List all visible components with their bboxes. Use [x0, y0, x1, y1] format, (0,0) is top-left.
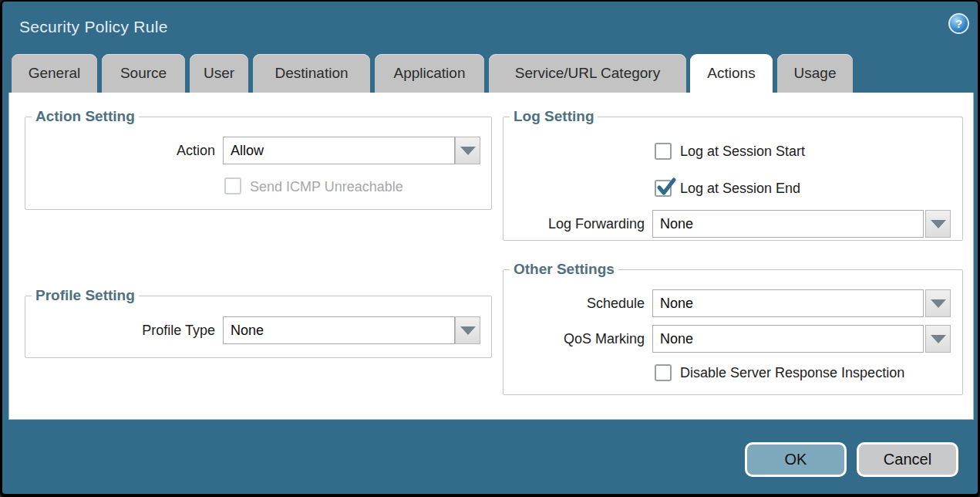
action-dropdown[interactable]: Allow [223, 137, 455, 164]
tab-source[interactable]: Source [102, 54, 185, 93]
dialog-background: Security Policy Rule ? General Source Us… [2, 2, 978, 494]
ok-button-label: OK [785, 451, 807, 468]
chevron-down-icon [931, 220, 946, 228]
log-forwarding-label: Log Forwarding [518, 210, 645, 238]
tab-usage[interactable]: Usage [777, 54, 853, 93]
profile-type-label: Profile Type [56, 316, 215, 344]
disable-server-response-inspection-label: Disable Server Response Inspection [680, 363, 904, 382]
schedule-dropdown[interactable]: None [652, 289, 924, 317]
chevron-down-icon [931, 335, 946, 343]
log-setting-legend: Log Setting [510, 108, 598, 125]
profile-type-dropdown-button[interactable] [455, 316, 480, 344]
help-icon[interactable]: ? [948, 13, 969, 34]
tab-label: Destination [274, 65, 348, 81]
check-icon [655, 177, 677, 198]
tab-destination[interactable]: Destination [253, 54, 370, 93]
dialog-window: Security Policy Rule ? General Source Us… [0, 0, 980, 497]
cancel-button[interactable]: Cancel [857, 442, 958, 477]
disable-server-response-inspection-checkbox[interactable] [655, 364, 672, 381]
schedule-label: Schedule [518, 289, 645, 317]
action-value: Allow [231, 143, 264, 158]
other-settings-legend: Other Settings [510, 261, 618, 278]
tab-user[interactable]: User [190, 54, 248, 93]
schedule-value: None [660, 296, 693, 311]
ok-button[interactable]: OK [745, 442, 847, 477]
log-session-end-label: Log at Session End [680, 179, 800, 198]
log-forwarding-dropdown[interactable]: None [652, 210, 924, 238]
tab-label: Service/URL Category [515, 65, 660, 81]
qos-marking-value: None [660, 331, 693, 347]
chevron-down-icon [460, 326, 476, 335]
log-session-start-checkbox[interactable] [655, 143, 672, 160]
tab-actions[interactable]: Actions [690, 54, 773, 94]
chevron-down-icon [931, 299, 946, 308]
log-forwarding-dropdown-button[interactable] [925, 210, 951, 238]
tab-general[interactable]: General [12, 54, 97, 93]
cancel-button-label: Cancel [884, 451, 931, 468]
profile-setting-legend: Profile Setting [32, 287, 139, 304]
tab-service-url-category[interactable]: Service/URL Category [489, 54, 686, 93]
send-icmp-checkbox [224, 178, 241, 194]
qos-marking-dropdown-button[interactable] [925, 325, 951, 353]
tab-label: Application [394, 65, 466, 81]
tab-label: Source [120, 65, 167, 81]
action-label: Action [56, 137, 215, 164]
schedule-dropdown-button[interactable] [925, 289, 951, 317]
log-forwarding-value: None [660, 216, 693, 232]
tab-label: General [29, 65, 81, 81]
action-setting-legend: Action Setting [32, 108, 139, 125]
log-session-start-label: Log at Session Start [680, 142, 805, 161]
tab-label: Usage [794, 65, 837, 81]
tab-label: Actions [707, 65, 755, 81]
log-session-end-checkbox[interactable] [655, 180, 672, 197]
chevron-down-icon [460, 147, 476, 155]
send-icmp-label: Send ICMP Unreachable [250, 178, 403, 196]
actions-tab-panel: Action Setting Action Allow Send ICMP Un… [8, 93, 974, 420]
tab-label: User [204, 65, 234, 81]
qos-marking-label: QoS Marking [518, 325, 645, 353]
profile-type-value: None [231, 323, 264, 338]
profile-type-dropdown[interactable]: None [223, 316, 455, 344]
help-glyph: ? [955, 17, 962, 30]
dialog-title: Security Policy Rule [19, 15, 168, 39]
qos-marking-dropdown[interactable]: None [652, 325, 924, 353]
tab-application[interactable]: Application [375, 54, 484, 93]
action-dropdown-button[interactable] [455, 137, 480, 164]
